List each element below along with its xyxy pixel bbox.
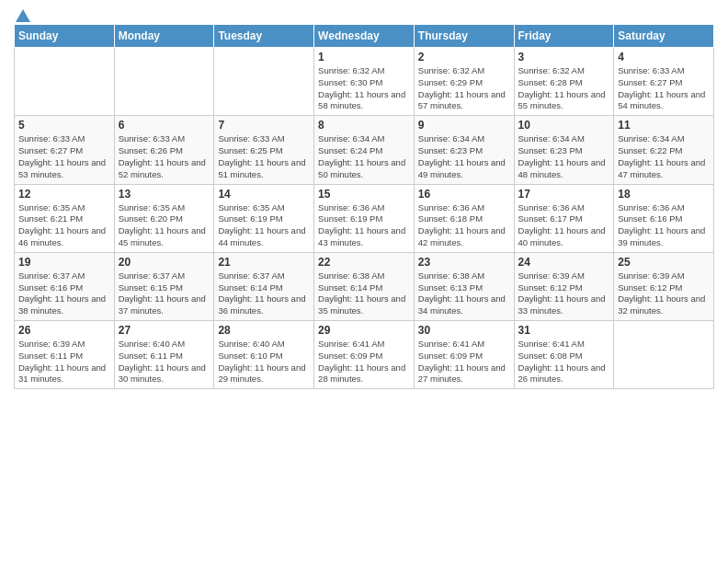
calendar-cell: 20Sunrise: 6:37 AM Sunset: 6:15 PM Dayli… bbox=[114, 252, 214, 320]
calendar-cell: 24Sunrise: 6:39 AM Sunset: 6:12 PM Dayli… bbox=[514, 252, 614, 320]
day-number: 31 bbox=[518, 324, 610, 337]
day-info: Sunrise: 6:39 AM Sunset: 6:12 PM Dayligh… bbox=[618, 270, 710, 317]
calendar-cell: 14Sunrise: 6:35 AM Sunset: 6:19 PM Dayli… bbox=[214, 184, 314, 252]
day-number: 14 bbox=[218, 188, 310, 201]
day-info: Sunrise: 6:35 AM Sunset: 6:19 PM Dayligh… bbox=[218, 202, 310, 249]
weekday-header-thursday: Thursday bbox=[414, 25, 514, 48]
day-info: Sunrise: 6:33 AM Sunset: 6:27 PM Dayligh… bbox=[618, 65, 710, 112]
calendar-cell: 6Sunrise: 6:33 AM Sunset: 6:26 PM Daylig… bbox=[114, 116, 214, 184]
day-info: Sunrise: 6:40 AM Sunset: 6:11 PM Dayligh… bbox=[119, 339, 210, 385]
calendar: SundayMondayTuesdayWednesdayThursdayFrid… bbox=[14, 24, 714, 389]
calendar-cell bbox=[214, 48, 314, 116]
week-row-4: 19Sunrise: 6:37 AM Sunset: 6:16 PM Dayli… bbox=[15, 252, 714, 320]
day-info: Sunrise: 6:39 AM Sunset: 6:12 PM Dayligh… bbox=[518, 270, 610, 317]
calendar-cell bbox=[114, 48, 214, 116]
calendar-cell: 9Sunrise: 6:34 AM Sunset: 6:23 PM Daylig… bbox=[414, 116, 514, 184]
logo bbox=[14, 9, 30, 20]
day-number: 19 bbox=[18, 256, 110, 269]
day-number: 12 bbox=[18, 188, 110, 201]
day-number: 6 bbox=[119, 119, 210, 132]
calendar-cell: 30Sunrise: 6:41 AM Sunset: 6:09 PM Dayli… bbox=[414, 321, 514, 389]
day-number: 21 bbox=[218, 256, 310, 269]
weekday-header-row: SundayMondayTuesdayWednesdayThursdayFrid… bbox=[15, 25, 714, 48]
day-number: 4 bbox=[618, 51, 710, 63]
calendar-cell: 5Sunrise: 6:33 AM Sunset: 6:27 PM Daylig… bbox=[15, 116, 115, 184]
day-number: 23 bbox=[418, 256, 510, 269]
calendar-cell: 26Sunrise: 6:39 AM Sunset: 6:11 PM Dayli… bbox=[15, 321, 115, 389]
day-info: Sunrise: 6:39 AM Sunset: 6:11 PM Dayligh… bbox=[18, 339, 110, 385]
calendar-cell: 11Sunrise: 6:34 AM Sunset: 6:22 PM Dayli… bbox=[614, 116, 714, 184]
day-number: 16 bbox=[418, 188, 510, 201]
day-info: Sunrise: 6:33 AM Sunset: 6:25 PM Dayligh… bbox=[218, 133, 310, 180]
weekday-header-wednesday: Wednesday bbox=[314, 25, 415, 48]
calendar-cell bbox=[614, 321, 714, 389]
day-info: Sunrise: 6:33 AM Sunset: 6:26 PM Dayligh… bbox=[119, 133, 210, 180]
calendar-cell bbox=[15, 48, 115, 116]
day-info: Sunrise: 6:36 AM Sunset: 6:19 PM Dayligh… bbox=[318, 202, 410, 249]
calendar-cell: 4Sunrise: 6:33 AM Sunset: 6:27 PM Daylig… bbox=[614, 48, 714, 116]
calendar-cell: 31Sunrise: 6:41 AM Sunset: 6:08 PM Dayli… bbox=[514, 321, 614, 389]
day-number: 29 bbox=[318, 324, 410, 337]
calendar-cell: 10Sunrise: 6:34 AM Sunset: 6:23 PM Dayli… bbox=[514, 116, 614, 184]
weekday-header-sunday: Sunday bbox=[15, 25, 115, 48]
logo-triangle-icon bbox=[16, 9, 30, 22]
week-row-1: 1Sunrise: 6:32 AM Sunset: 6:30 PM Daylig… bbox=[15, 48, 714, 116]
day-info: Sunrise: 6:41 AM Sunset: 6:08 PM Dayligh… bbox=[518, 339, 610, 385]
day-number: 20 bbox=[119, 256, 210, 269]
calendar-cell: 21Sunrise: 6:37 AM Sunset: 6:14 PM Dayli… bbox=[214, 252, 314, 320]
day-info: Sunrise: 6:38 AM Sunset: 6:14 PM Dayligh… bbox=[318, 270, 410, 317]
week-row-5: 26Sunrise: 6:39 AM Sunset: 6:11 PM Dayli… bbox=[15, 321, 714, 389]
day-info: Sunrise: 6:35 AM Sunset: 6:21 PM Dayligh… bbox=[18, 202, 110, 249]
day-number: 13 bbox=[119, 188, 210, 201]
day-number: 24 bbox=[518, 256, 610, 269]
day-info: Sunrise: 6:36 AM Sunset: 6:18 PM Dayligh… bbox=[418, 202, 510, 249]
day-info: Sunrise: 6:37 AM Sunset: 6:15 PM Dayligh… bbox=[119, 270, 210, 317]
day-number: 8 bbox=[318, 119, 410, 132]
calendar-cell: 19Sunrise: 6:37 AM Sunset: 6:16 PM Dayli… bbox=[15, 252, 115, 320]
calendar-cell: 3Sunrise: 6:32 AM Sunset: 6:28 PM Daylig… bbox=[514, 48, 614, 116]
day-number: 17 bbox=[518, 188, 610, 201]
day-number: 27 bbox=[119, 324, 210, 337]
calendar-cell: 23Sunrise: 6:38 AM Sunset: 6:13 PM Dayli… bbox=[414, 252, 514, 320]
logo-text bbox=[14, 9, 30, 24]
day-info: Sunrise: 6:34 AM Sunset: 6:22 PM Dayligh… bbox=[618, 133, 710, 180]
calendar-cell: 1Sunrise: 6:32 AM Sunset: 6:30 PM Daylig… bbox=[314, 48, 415, 116]
calendar-cell: 18Sunrise: 6:36 AM Sunset: 6:16 PM Dayli… bbox=[614, 184, 714, 252]
weekday-header-tuesday: Tuesday bbox=[214, 25, 314, 48]
calendar-cell: 22Sunrise: 6:38 AM Sunset: 6:14 PM Dayli… bbox=[314, 252, 415, 320]
calendar-cell: 8Sunrise: 6:34 AM Sunset: 6:24 PM Daylig… bbox=[314, 116, 415, 184]
day-number: 15 bbox=[318, 188, 410, 201]
day-number: 2 bbox=[418, 51, 510, 63]
day-number: 28 bbox=[218, 324, 310, 337]
day-info: Sunrise: 6:33 AM Sunset: 6:27 PM Dayligh… bbox=[18, 133, 110, 180]
day-info: Sunrise: 6:38 AM Sunset: 6:13 PM Dayligh… bbox=[418, 270, 510, 317]
day-number: 11 bbox=[618, 119, 710, 132]
day-number: 25 bbox=[618, 256, 710, 269]
weekday-header-monday: Monday bbox=[114, 25, 214, 48]
day-number: 30 bbox=[418, 324, 510, 337]
day-info: Sunrise: 6:36 AM Sunset: 6:17 PM Dayligh… bbox=[518, 202, 610, 249]
day-number: 3 bbox=[518, 51, 610, 63]
day-info: Sunrise: 6:34 AM Sunset: 6:23 PM Dayligh… bbox=[418, 133, 510, 180]
weekday-header-saturday: Saturday bbox=[614, 25, 714, 48]
day-info: Sunrise: 6:34 AM Sunset: 6:24 PM Dayligh… bbox=[318, 133, 410, 180]
calendar-cell: 27Sunrise: 6:40 AM Sunset: 6:11 PM Dayli… bbox=[114, 321, 214, 389]
day-number: 9 bbox=[418, 119, 510, 132]
page: SundayMondayTuesdayWednesdayThursdayFrid… bbox=[0, 0, 728, 563]
day-info: Sunrise: 6:34 AM Sunset: 6:23 PM Dayligh… bbox=[518, 133, 610, 180]
calendar-cell: 7Sunrise: 6:33 AM Sunset: 6:25 PM Daylig… bbox=[214, 116, 314, 184]
day-info: Sunrise: 6:35 AM Sunset: 6:20 PM Dayligh… bbox=[119, 202, 210, 249]
day-info: Sunrise: 6:37 AM Sunset: 6:16 PM Dayligh… bbox=[18, 270, 110, 317]
day-number: 5 bbox=[18, 119, 110, 132]
day-info: Sunrise: 6:32 AM Sunset: 6:28 PM Dayligh… bbox=[518, 65, 610, 112]
calendar-cell: 12Sunrise: 6:35 AM Sunset: 6:21 PM Dayli… bbox=[15, 184, 115, 252]
calendar-cell: 28Sunrise: 6:40 AM Sunset: 6:10 PM Dayli… bbox=[214, 321, 314, 389]
calendar-cell: 25Sunrise: 6:39 AM Sunset: 6:12 PM Dayli… bbox=[614, 252, 714, 320]
calendar-cell: 13Sunrise: 6:35 AM Sunset: 6:20 PM Dayli… bbox=[114, 184, 214, 252]
calendar-cell: 15Sunrise: 6:36 AM Sunset: 6:19 PM Dayli… bbox=[314, 184, 415, 252]
calendar-cell: 29Sunrise: 6:41 AM Sunset: 6:09 PM Dayli… bbox=[314, 321, 415, 389]
weekday-header-friday: Friday bbox=[514, 25, 614, 48]
week-row-2: 5Sunrise: 6:33 AM Sunset: 6:27 PM Daylig… bbox=[15, 116, 714, 184]
day-info: Sunrise: 6:37 AM Sunset: 6:14 PM Dayligh… bbox=[218, 270, 310, 317]
week-row-3: 12Sunrise: 6:35 AM Sunset: 6:21 PM Dayli… bbox=[15, 184, 714, 252]
